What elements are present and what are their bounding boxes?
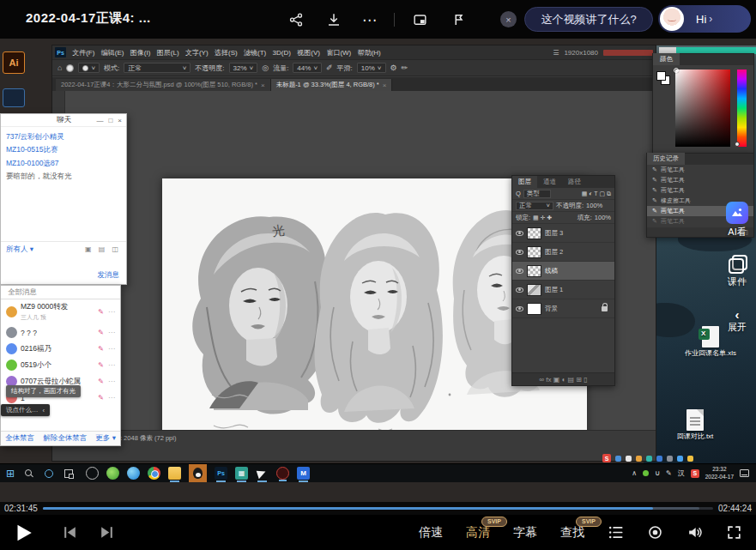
history-step[interactable]: ✎画笔工具 — [647, 175, 753, 185]
chat-title-bar[interactable]: 聊天 — □ × — [1, 114, 126, 127]
tab-close-icon[interactable]: × — [261, 82, 265, 89]
maximize-icon[interactable]: □ — [108, 117, 112, 124]
tray-shield-icon[interactable] — [643, 470, 649, 476]
layer-filter-icons[interactable]: ▦ ◐ T ▢ ⧉ — [582, 190, 611, 197]
volume-icon[interactable] — [686, 524, 703, 541]
play-button[interactable] — [12, 522, 34, 544]
snip-s-icon[interactable]: S — [602, 454, 611, 462]
home-icon[interactable]: ⌂ — [57, 63, 62, 72]
mention-all-dropdown[interactable]: 所有人 ▾ — [6, 245, 33, 255]
app-classroom-icon[interactable]: ▦ — [235, 467, 248, 480]
member-row[interactable]: 0519小个 ✎⋯ — [1, 357, 120, 373]
menu-edit[interactable]: 编辑(E) — [99, 48, 127, 57]
more-icon[interactable]: ⋯ — [108, 308, 115, 316]
subtitles-button[interactable]: 字幕 — [513, 525, 537, 541]
history-step[interactable]: ✎画笔工具 — [647, 165, 753, 175]
speed-button[interactable]: 倍速 — [419, 525, 443, 541]
notification-center-icon[interactable] — [740, 469, 749, 477]
mute-all-button[interactable]: 全体禁言 — [5, 433, 34, 444]
close-ai-search-button[interactable]: × — [500, 11, 517, 27]
chat-tool-icons[interactable]: ▣ ▤ ◫ — [85, 245, 121, 253]
quality-button[interactable]: 高清 SVIP — [466, 525, 490, 541]
account-pill[interactable]: Hi › — [658, 5, 751, 33]
next-button[interactable] — [99, 524, 115, 541]
more-icon[interactable]: ⋯ — [108, 329, 115, 336]
color-panel-tab[interactable]: 颜色 — [653, 53, 680, 65]
layer-blend-select[interactable]: 正常˅ — [516, 202, 553, 210]
ime-indicator[interactable]: 汉 — [678, 468, 685, 478]
cortana-icon[interactable] — [44, 468, 54, 479]
blend-mode-select[interactable]: 正常˅ — [124, 63, 191, 73]
channels-tab[interactable]: 通道 — [537, 176, 562, 188]
desktop-txt-icon[interactable]: 回课对比.txt — [662, 409, 728, 441]
saturation-square[interactable] — [675, 70, 730, 147]
seek-bar[interactable] — [43, 507, 713, 510]
layer-search-icon[interactable]: Q — [516, 190, 521, 197]
snip-toolbar[interactable]: S — [601, 453, 756, 463]
tray-chevron-icon[interactable]: ∧ — [632, 469, 637, 477]
menu-help[interactable]: 帮助(H) — [354, 48, 383, 57]
close-icon[interactable]: × — [118, 117, 122, 124]
chat-message-link[interactable]: MZ10-0100选87 — [6, 157, 121, 170]
layer-row[interactable]: 图层 1 — [512, 281, 614, 299]
playlist-icon[interactable] — [608, 524, 624, 541]
fill-value[interactable]: 100% — [595, 214, 611, 221]
layer-filter-select[interactable]: 类型 — [523, 190, 551, 198]
brush-preset-picker[interactable]: ˅ — [78, 63, 100, 73]
menu-type[interactable]: 文字(Y) — [183, 48, 211, 57]
paths-tab[interactable]: 路径 — [562, 176, 587, 188]
send-message-button[interactable]: 发消息 — [98, 270, 120, 281]
visibility-eye-icon[interactable] — [516, 287, 523, 293]
menu-select[interactable]: 选择(S) — [212, 48, 240, 57]
desktop-shortcut[interactable] — [3, 88, 25, 107]
edit-icon[interactable]: ✎ — [98, 394, 104, 402]
expand-button[interactable]: ‹ 展开 — [719, 309, 755, 334]
pressure-opacity-icon[interactable]: ◎ — [262, 63, 269, 72]
tray-pen-icon[interactable]: ✎ — [666, 469, 672, 477]
find-button[interactable]: 查找 SVIP — [560, 525, 584, 541]
opacity-value[interactable]: 32%˅ — [229, 63, 258, 73]
app-photoshop-icon[interactable]: Ps — [215, 467, 227, 480]
more-actions-button[interactable]: 更多 ▾ — [95, 433, 116, 444]
menu-3d[interactable]: 3D(D) — [269, 49, 293, 57]
minimize-icon[interactable]: — — [96, 117, 103, 124]
ai-watch-button[interactable]: AI看 — [719, 202, 755, 239]
edit-icon[interactable]: ✎ — [98, 345, 104, 353]
snip-tool-icon[interactable] — [636, 456, 642, 462]
settings-icon[interactable] — [647, 524, 663, 541]
app-bird-icon[interactable] — [256, 467, 269, 480]
task-view-icon[interactable] — [64, 468, 74, 479]
fg-bg-swatches[interactable] — [656, 71, 672, 92]
layer-row-background[interactable]: 背景 — [512, 299, 614, 318]
chat-message-link[interactable]: MZ10-0515比赛 — [6, 143, 121, 156]
snip-tool-icon[interactable] — [656, 456, 662, 462]
menu-image[interactable]: 图像(I) — [128, 48, 154, 57]
desktop-ai-shortcut[interactable]: Ai — [3, 51, 25, 74]
history-panel-tab[interactable]: 历史记录 — [647, 153, 685, 165]
snip-tool-icon[interactable] — [687, 456, 693, 462]
tray-clock[interactable]: 23:322022-04-17 — [705, 466, 734, 480]
screenshot-icon[interactable] — [409, 9, 430, 30]
lock-icons[interactable]: ▦ ✛ ✚ — [533, 215, 552, 221]
app-360-icon[interactable] — [106, 467, 119, 480]
menu-view[interactable]: 视图(V) — [294, 48, 323, 57]
hue-strip[interactable] — [737, 70, 747, 147]
hamburger-icon[interactable]: ☰ — [553, 49, 559, 57]
history-step[interactable]: ✎画笔工具 — [647, 185, 753, 196]
doc-tab-untitled[interactable]: 未标题-1 @ 33.3%(图层 4, RGB/8) * × — [271, 79, 393, 91]
quick-input-chip[interactable]: 说点什么…‹ — [1, 404, 50, 416]
app-explorer-icon[interactable] — [168, 467, 181, 480]
unmute-all-button[interactable]: 解除全体禁言 — [43, 433, 87, 444]
app-chrome-icon[interactable] — [148, 467, 160, 480]
app-clock-icon[interactable] — [86, 467, 99, 480]
chat-message-link[interactable]: 737/云彩创小精灵 — [6, 130, 121, 143]
snip-tool-icon[interactable] — [667, 456, 673, 462]
visibility-eye-icon[interactable] — [516, 269, 523, 274]
more-icon[interactable]: ⋯ — [108, 394, 115, 402]
doc-tab-psd[interactable]: 2022-04-17正课4：大形二分与氛围.psd @ 100%(图层 510,… — [56, 79, 271, 91]
more-icon[interactable]: ⋯ — [108, 345, 115, 353]
visibility-eye-icon[interactable] — [516, 231, 523, 236]
more-icon[interactable]: ⋯ — [108, 378, 115, 385]
visibility-eye-icon[interactable] — [516, 306, 523, 311]
member-row[interactable]: MZ9 0000转发三人几 预 ✎⋯ — [1, 299, 120, 324]
